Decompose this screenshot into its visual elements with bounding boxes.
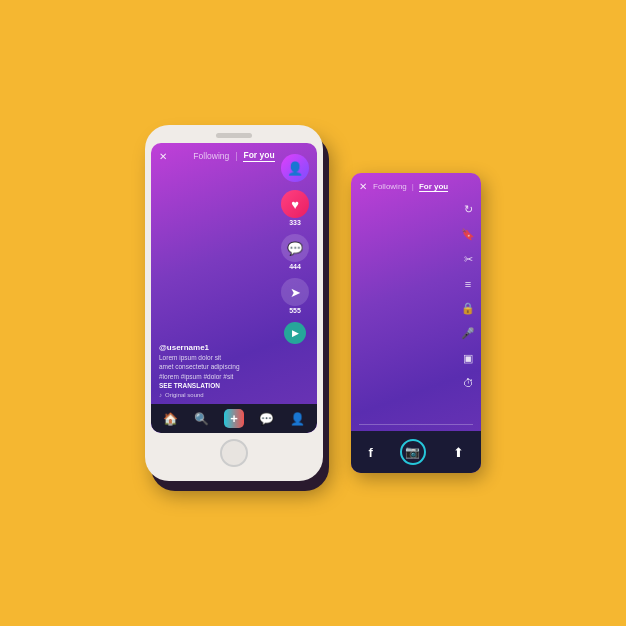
flat-tab-foryou[interactable]: For you [419, 182, 448, 192]
profile-avatar[interactable]: 👤 [281, 154, 309, 182]
timer-icon[interactable]: ⏱ [463, 377, 474, 389]
profile-icon-item: 👤 [281, 154, 309, 182]
desc-line1: Lorem ipsum dolor sit [159, 354, 221, 361]
tab-foryou[interactable]: For you [243, 150, 274, 162]
lock-icon[interactable]: 🔒 [461, 302, 475, 315]
play-icon[interactable]: ▶ [284, 322, 306, 344]
share-icon[interactable]: ➤ [281, 278, 309, 306]
comment-count: 444 [289, 263, 301, 270]
nav-tabs: Following | For you [193, 150, 274, 162]
phone-home-button[interactable] [220, 439, 248, 467]
phone-speaker [216, 133, 252, 138]
desc-line2: amet consectetur adipiscing [159, 363, 240, 370]
username: @username1 [159, 343, 309, 352]
add-nav-button[interactable]: + [224, 409, 244, 428]
mic-icon[interactable]: 🎤 [461, 327, 475, 340]
action-icons: 👤 ♥ 333 💬 444 ➤ 555 [281, 154, 309, 344]
sound-icon-item[interactable]: ▶ [284, 322, 306, 344]
phone-mockup: ✕ Following | For you 👤 ♥ [145, 125, 323, 481]
refresh-icon[interactable]: ↻ [464, 203, 473, 216]
user-info: @username1 Lorem ipsum dolor sit amet co… [151, 343, 317, 404]
flat-tab-following[interactable]: Following [373, 182, 407, 191]
inbox-nav-icon[interactable]: 💬 [259, 412, 274, 426]
like-count: 333 [289, 219, 301, 226]
screen-content: 👤 ♥ 333 💬 444 ➤ 555 [151, 167, 317, 404]
flat-divider-line [359, 424, 473, 425]
comment-icon-item[interactable]: 💬 444 [281, 234, 309, 270]
flat-header: ✕ Following | For you [351, 173, 481, 197]
flat-right-icons: ↻ 🔖 ✂ ≡ 🔒 🎤 ▣ ⏱ [461, 203, 475, 389]
share-count: 555 [289, 307, 301, 314]
home-nav-icon[interactable]: 🏠 [163, 412, 178, 426]
flat-bottom-bar: f 📷 ⬆ [351, 431, 481, 473]
facebook-share-icon[interactable]: f [368, 445, 372, 460]
sound-text: Original sound [165, 392, 204, 398]
tab-following[interactable]: Following [193, 151, 229, 161]
camera-icon-inner: 📷 [405, 445, 420, 459]
bookmark-icon[interactable]: 🔖 [461, 228, 475, 241]
bottom-nav: 🏠 🔍 + 💬 👤 [151, 404, 317, 433]
screen-icon[interactable]: ▣ [463, 352, 473, 365]
flat-tab-divider: | [412, 182, 414, 191]
see-translation[interactable]: SEE TRANSLATION [159, 382, 309, 389]
share-icon-item[interactable]: ➤ 555 [281, 278, 309, 314]
music-icon: ♪ [159, 392, 162, 398]
description: Lorem ipsum dolor sit amet consectetur a… [159, 354, 309, 371]
flat-close-button[interactable]: ✕ [359, 181, 367, 192]
profile-nav-icon[interactable]: 👤 [290, 412, 305, 426]
flat-nav-tabs: Following | For you [373, 182, 448, 192]
like-icon-item[interactable]: ♥ 333 [281, 190, 309, 226]
flat-phone: ✕ Following | For you ↻ 🔖 ✂ ≡ 🔒 🎤 ▣ ⏱ f … [351, 173, 481, 473]
hashtags: #lorem #ipsum #dolor #sit [159, 373, 309, 380]
like-icon[interactable]: ♥ [281, 190, 309, 218]
comment-icon[interactable]: 💬 [281, 234, 309, 262]
sound-label: ♪ Original sound [159, 392, 309, 398]
tab-divider: | [235, 151, 237, 161]
upload-share-icon[interactable]: ⬆ [453, 445, 464, 460]
camera-share-icon[interactable]: 📷 [400, 439, 426, 465]
filter-icon[interactable]: ≡ [465, 278, 471, 290]
search-nav-icon[interactable]: 🔍 [194, 412, 209, 426]
phone-screen: ✕ Following | For you 👤 ♥ [151, 143, 317, 433]
close-button[interactable]: ✕ [159, 151, 167, 162]
scissors-icon[interactable]: ✂ [464, 253, 473, 266]
